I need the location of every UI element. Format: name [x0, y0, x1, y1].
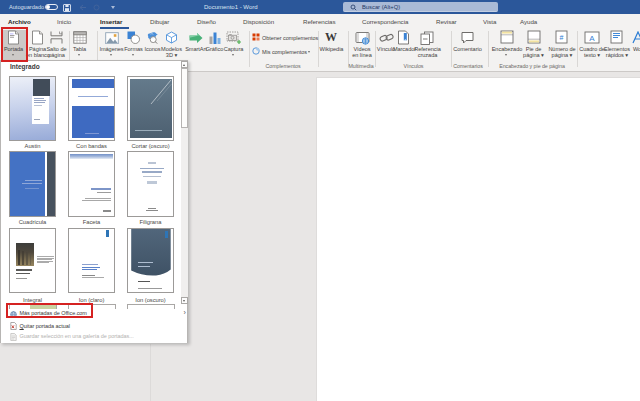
svg-text:#: # — [560, 34, 564, 41]
svg-text:A: A — [589, 34, 595, 43]
